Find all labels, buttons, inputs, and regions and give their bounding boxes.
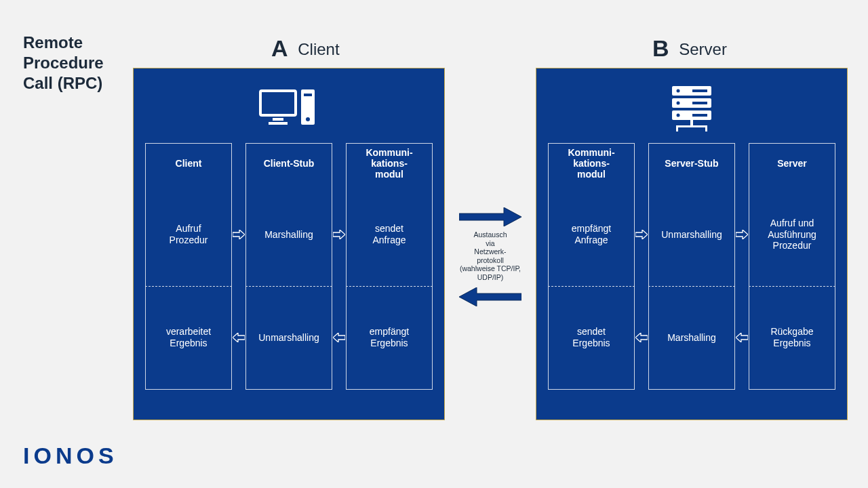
side-a-text: Client xyxy=(298,40,339,58)
arrow-left-icon xyxy=(736,333,748,342)
svg-rect-12 xyxy=(692,102,707,104)
arrow-left-icon xyxy=(635,333,648,342)
client-col-1-head: Client-Stub xyxy=(246,144,332,183)
svg-point-11 xyxy=(677,102,680,105)
server-icon xyxy=(667,78,717,139)
svg-rect-5 xyxy=(304,94,312,96)
server-col-1-head: Server-Stub xyxy=(649,144,734,183)
server-col-0-top: empfängt Anfrage xyxy=(549,183,634,286)
client-col-1-top: Marshalling xyxy=(246,183,332,286)
arrow-right-icon xyxy=(459,207,521,226)
arrow-right-icon xyxy=(635,230,648,239)
arrow-left-icon xyxy=(233,333,245,342)
network-exchange: Austausch via Netzwerk- protokoll (wahlw… xyxy=(450,207,530,306)
client-panel: Client Aufruf Prozedur verarbeitet Ergeb… xyxy=(133,68,445,420)
server-col-1-bottom: Marshalling xyxy=(649,286,734,389)
client-columns: Client Aufruf Prozedur verarbeitet Ergeb… xyxy=(145,143,433,390)
client-col-2-top: sendet Anfrage xyxy=(347,183,432,286)
svg-rect-0 xyxy=(260,91,296,115)
server-columns: Kommuni- kations- modul empfängt Anfrage… xyxy=(548,143,835,390)
arrow-right-icon xyxy=(333,230,345,239)
arrow-left-icon xyxy=(459,287,521,306)
side-b-letter: B xyxy=(652,35,669,61)
svg-rect-2 xyxy=(269,122,288,125)
client-col-0-top: Aufruf Prozedur xyxy=(146,183,231,286)
diagram-title: Remote Procedure Call (RPC) xyxy=(23,33,104,94)
svg-point-9 xyxy=(677,89,680,93)
arrow-right-icon xyxy=(736,230,748,239)
svg-point-4 xyxy=(306,117,310,121)
server-col-1: Server-Stub Unmarshalling Marshalling xyxy=(648,143,735,390)
svg-point-13 xyxy=(677,114,680,117)
computer-icon xyxy=(259,78,319,139)
server-col-0: Kommuni- kations- modul empfängt Anfrage… xyxy=(548,143,635,390)
svg-rect-17 xyxy=(676,127,678,131)
side-a-letter: A xyxy=(271,35,288,61)
side-b-label: B Server xyxy=(652,35,727,62)
ionos-logo: IONOS xyxy=(23,443,118,469)
svg-rect-16 xyxy=(676,125,707,127)
svg-rect-18 xyxy=(705,127,707,131)
server-col-2-head: Server xyxy=(749,144,835,183)
client-col-2-bottom: empfängt Ergebnis xyxy=(347,286,432,389)
server-col-0-head: Kommuni- kations- modul xyxy=(549,144,634,183)
svg-rect-1 xyxy=(273,118,283,121)
client-col-0-bottom: verarbeitet Ergebnis xyxy=(146,286,231,389)
server-col-2-top: Aufruf und Ausführung Prozedur xyxy=(749,183,835,286)
side-b-text: Server xyxy=(679,40,727,58)
client-col-0: Client Aufruf Prozedur verarbeitet Ergeb… xyxy=(145,143,232,390)
server-col-2: Server Aufruf und Ausführung Prozedur Rü… xyxy=(749,143,835,390)
client-col-0-head: Client xyxy=(146,144,231,183)
server-panel: Kommuni- kations- modul empfängt Anfrage… xyxy=(536,68,848,420)
arrow-right-icon xyxy=(233,230,245,239)
client-col-2: Kommuni- kations- modul sendet Anfrage e… xyxy=(346,143,433,390)
client-col-1: Client-Stub Marshalling Unmarshalling xyxy=(245,143,332,390)
side-a-label: A Client xyxy=(271,35,340,62)
client-col-2-head: Kommuni- kations- modul xyxy=(347,144,432,183)
svg-rect-10 xyxy=(692,89,707,92)
server-col-2-bottom: Rückgabe Ergebnis xyxy=(749,286,835,389)
client-col-1-bottom: Unmarshalling xyxy=(246,286,332,389)
server-col-1-top: Unmarshalling xyxy=(649,183,734,286)
svg-rect-14 xyxy=(692,114,707,117)
arrow-left-icon xyxy=(333,333,345,342)
server-col-0-bottom: sendet Ergebnis xyxy=(549,286,634,389)
network-caption: Austausch via Netzwerk- protokoll (wahlw… xyxy=(450,230,530,282)
